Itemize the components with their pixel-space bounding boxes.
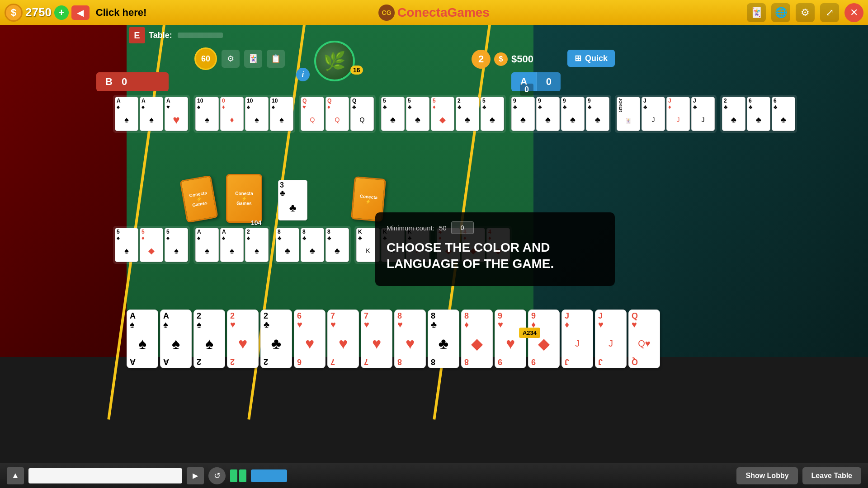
card-j-1[interactable]: J♣ J	[642, 97, 665, 131]
logo-text: ConectaGames	[397, 5, 490, 20]
card-tool-icon[interactable]: 🃏	[244, 50, 262, 68]
hand-card-8-heart[interactable]: 8♥ ♥ 8	[394, 310, 426, 368]
add-coins-button[interactable]: +	[54, 5, 69, 20]
face-up-card[interactable]: 3 ♣ ♣	[278, 180, 307, 221]
card-j-3[interactable]: J♣ J	[691, 97, 715, 131]
card-9-4[interactable]: 9♣ ♣	[586, 97, 609, 131]
message-text: CHOOSE THE COLOR AND LANGUAGE OF THE GAM…	[387, 239, 604, 272]
arrow-button[interactable]: ◀	[71, 5, 90, 20]
scroll-up-button[interactable]: ▲	[7, 467, 24, 484]
card-j-2[interactable]: J♦ J	[666, 97, 690, 131]
card-8-c-3[interactable]: 8♣ ♣	[326, 228, 349, 262]
score-box-b: B 0	[96, 72, 169, 91]
chat-input[interactable]	[28, 468, 182, 483]
card-10-3[interactable]: 10♠ ♠	[245, 97, 269, 131]
hand-area: A♠ ♠ A A♠ ♠ A 2♠ ♠ 2 2♥ ♥ 2 2♣ ♣ 2 6♥ ♥ …	[127, 310, 660, 368]
player-e-badge: E	[129, 27, 145, 43]
right-coins: 2 $ $500	[472, 50, 533, 69]
card-5-2[interactable]: 5♣ ♣	[406, 97, 429, 131]
card-a-hearts[interactable]: A♥ ♥	[165, 97, 188, 131]
hand-card-2-heart[interactable]: 2♥ ♥ 2	[227, 310, 259, 368]
card-8-c-1[interactable]: 8♣ ♣	[276, 228, 299, 262]
hand-card-2-club[interactable]: 2♣ ♣ 2	[260, 310, 292, 368]
hand-card-2-spade[interactable]: 2♠ ♠ 2	[193, 310, 225, 368]
leave-table-button[interactable]: Leave Table	[802, 467, 861, 484]
card-5-1[interactable]: 5♣ ♣	[381, 97, 405, 131]
card-5-diamond[interactable]: 5♦ ◆	[140, 228, 163, 262]
info-icon[interactable]: i	[296, 68, 310, 81]
card-2-sp[interactable]: 2♠ ♠	[245, 228, 269, 262]
hand-card-6-heart[interactable]: 6♥ ♥ 6	[294, 310, 326, 368]
logo-icon: CG	[378, 5, 395, 21]
show-lobby-button[interactable]: Show Lobby	[736, 467, 797, 484]
card-a-spades-1[interactable]: A♠ ♠	[115, 97, 138, 131]
card-q-1[interactable]: Q♥ Q	[301, 97, 324, 131]
hand-card-j-diamond[interactable]: J♦ J J	[561, 310, 593, 368]
bottom-bar: ▲ ▶ ↺ Show Lobby Leave Table	[0, 463, 868, 488]
hand-card-a-spade-1[interactable]: A♠ ♠ A	[127, 310, 158, 368]
card-a-sp-1[interactable]: A♠ ♠	[195, 228, 219, 262]
tools-row: 60 ⚙ 🃏 📋	[194, 47, 285, 70]
card-9-3[interactable]: 9♣ ♣	[561, 97, 585, 131]
language-icon[interactable]: 🌐	[771, 3, 790, 22]
card-5-spade-1[interactable]: 5♠ ♠	[115, 228, 138, 262]
card-10-4[interactable]: 10♠ ♠	[270, 97, 293, 131]
fullscreen-icon[interactable]: ⤢	[820, 3, 839, 22]
quick-icon: ⊞	[575, 53, 581, 63]
card-q-2[interactable]: Q♦ Q	[326, 97, 349, 131]
card-5-3[interactable]: 5♦ ◆	[431, 97, 454, 131]
card-9-1[interactable]: 9♣ ♣	[511, 97, 535, 131]
min-count-value: 50	[439, 224, 447, 232]
min-count-input[interactable]	[451, 221, 474, 234]
deck-logo-1: Conecta⚡Games	[189, 190, 209, 207]
play-area: Conecta⚡Games Conecta⚡Games 3 ♣ ♣ Conect…	[181, 174, 389, 226]
card-6-clubs-2[interactable]: 6♣ ♣	[772, 97, 795, 131]
hand-card-j-heart[interactable]: J♥ J J	[595, 310, 627, 368]
hand-card-8-diamond[interactable]: 8♦ ◆ 8	[461, 310, 493, 368]
timer-circle: 60	[194, 47, 217, 70]
extra-score: 0	[520, 84, 533, 96]
card-6-clubs-1[interactable]: 6♣ ♣	[747, 97, 770, 131]
deck-2[interactable]: Conecta⚡Games	[226, 174, 264, 226]
dollar-icon: $	[494, 52, 508, 66]
hand-card-8-club[interactable]: 8♣ ♣ 8	[428, 310, 459, 368]
close-button[interactable]: ✕	[844, 3, 863, 22]
player-b-label: B	[105, 76, 113, 88]
send-button[interactable]: ▶	[187, 467, 204, 484]
card-group-3: Q♥ Q Q♦ Q Q♣ Q	[299, 95, 376, 133]
card-10-1[interactable]: 10♠ ♠	[195, 97, 219, 131]
hand-card-a-spade-2[interactable]: A♠ ♠ A	[160, 310, 192, 368]
hand-card-7-heart-1[interactable]: 7♥ ♥ 7	[327, 310, 359, 368]
deck-1[interactable]: Conecta⚡Games	[181, 175, 217, 225]
hand-card-9-diamond[interactable]: 9♦ ◆ 9	[528, 310, 560, 368]
deck-logo-2: Conecta⚡Games	[235, 191, 253, 206]
card-8-c-2[interactable]: 8♣ ♣	[301, 228, 324, 262]
deck-tool-icon[interactable]: 📋	[267, 50, 285, 68]
money-text: $500	[511, 53, 533, 65]
game-area: E Table: 60 ⚙ 🃏 📋 🌿 16 i B 0 A 0 0 2 $ $…	[0, 25, 868, 357]
quick-button[interactable]: ⊞ Quick	[567, 50, 615, 67]
card-2-1[interactable]: 2♣ ♣	[456, 97, 479, 131]
hand-card-9-heart[interactable]: 9♥ ♥ 9	[495, 310, 526, 368]
card-group-4: 5♣ ♣ 5♣ ♣ 5♦ ◆ 2♣ ♣ 5♣ ♣	[379, 95, 506, 133]
refresh-button[interactable]: ↺	[208, 467, 226, 484]
card-9-2[interactable]: 9♣ ♣	[536, 97, 560, 131]
card-group-6: JOKER 🃏 J♣ J J♦ J J♣ J	[615, 95, 717, 133]
card-q-3[interactable]: Q♣ Q	[350, 97, 374, 131]
score-box-a: A 0	[511, 72, 561, 91]
card-5-4[interactable]: 5♣ ♣	[481, 97, 504, 131]
cards-icon[interactable]: 🃏	[747, 3, 766, 22]
card-a-spades-2[interactable]: A♠ ♠	[140, 97, 163, 131]
card-2-clubs[interactable]: 2♣ ♣	[722, 97, 745, 131]
card-10-2[interactable]: 0♦ ♦	[220, 97, 244, 131]
card-5-spade-2[interactable]: 5♠ ♠	[165, 228, 188, 262]
card-count-badge: 16	[350, 66, 363, 75]
card-a-sp-2[interactable]: A♠ ♠	[220, 228, 244, 262]
settings-tool-icon[interactable]: ⚙	[222, 50, 240, 68]
logo: CG ConectaGames	[378, 5, 490, 21]
hand-card-q-heart[interactable]: Q♥ Q♥ Q	[628, 310, 660, 368]
card-group-2: 10♠ ♠ 0♦ ♦ 10♠ ♠ 10♠ ♠	[193, 95, 295, 133]
settings-icon[interactable]: ⚙	[796, 3, 815, 22]
card-joker[interactable]: JOKER 🃏	[617, 97, 640, 131]
hand-card-7-heart-2[interactable]: 7♥ ♥ 7	[361, 310, 392, 368]
